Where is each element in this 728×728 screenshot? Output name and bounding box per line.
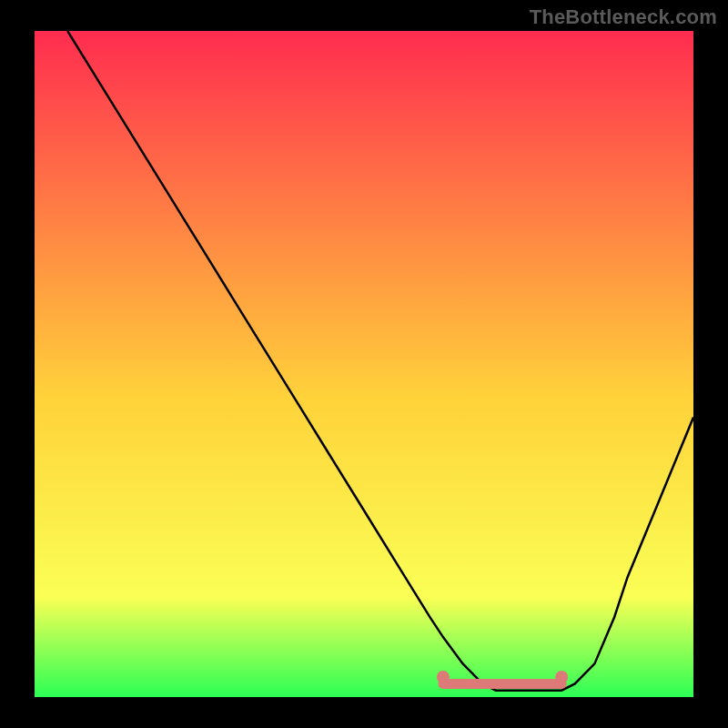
watermark-text: TheBottleneck.com [530, 5, 717, 29]
plot-area [35, 31, 693, 697]
plot-svg [35, 31, 693, 697]
optimal-start-marker [437, 671, 450, 683]
optimal-end-marker [555, 671, 568, 683]
gradient-background [35, 31, 693, 697]
chart-frame: TheBottleneck.com [0, 0, 728, 728]
